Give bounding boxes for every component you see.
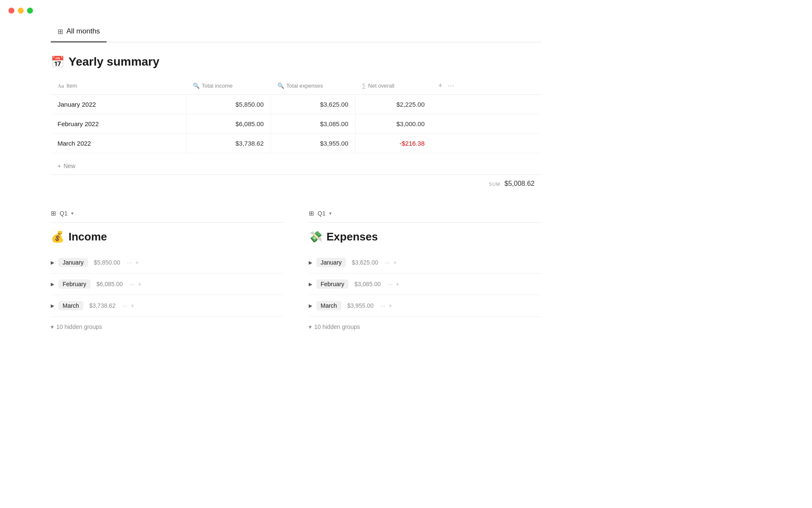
- more-icon[interactable]: ···: [127, 259, 132, 266]
- sum-value: $5,008.62: [505, 180, 535, 187]
- expand-arrow-exp[interactable]: ▶: [309, 260, 312, 265]
- income-group-row: ▶ February $6,085.00 ··· +: [51, 273, 283, 295]
- expenses-group-row: ▶ March $3,955.00 ··· +: [309, 295, 541, 317]
- col-header-total-expenses: 🔍 Total expenses: [271, 77, 355, 95]
- chevron-down-icon: ▾: [51, 323, 54, 330]
- more-options-icon[interactable]: ···: [448, 81, 454, 90]
- expenses-title: Expenses: [326, 230, 378, 243]
- yearly-summary-table: 𝐀𝐚 Item 🔍 Total income 🔍 Total expenses: [51, 77, 541, 153]
- traffic-lights: [0, 0, 812, 21]
- income-title-row: 💰 Income: [51, 230, 283, 243]
- more-icon-exp[interactable]: ···: [387, 281, 392, 287]
- more-icon-exp[interactable]: ···: [385, 259, 390, 266]
- group-actions-exp: ··· +: [385, 259, 397, 266]
- maximize-button[interactable]: [27, 8, 33, 14]
- income-q1-header[interactable]: ⊞ Q1 ▾: [51, 210, 283, 223]
- two-column-layout: ⊞ Q1 ▾ 💰 Income ▶ January $5,850.00 ··· …: [51, 210, 541, 337]
- search-icon-income: 🔍: [193, 83, 200, 89]
- income-q-label: Q1: [60, 210, 68, 217]
- row-item: February 2022: [51, 114, 186, 134]
- row-total-expenses: $3,955.00: [271, 134, 355, 153]
- yearly-summary-header: 📅 Yearly summary: [51, 55, 541, 69]
- table-icon-expenses: ⊞: [309, 210, 314, 217]
- add-column-icon[interactable]: +: [438, 81, 443, 90]
- add-icon-exp[interactable]: +: [393, 259, 397, 266]
- group-actions: ··· +: [127, 259, 139, 266]
- group-actions: ··· +: [122, 302, 134, 309]
- row-total-income: $6,085.00: [186, 114, 271, 134]
- add-icon-exp[interactable]: +: [396, 281, 399, 287]
- group-month-tag-exp[interactable]: March: [316, 301, 341, 310]
- sum-row: SUM $5,008.62: [51, 174, 541, 193]
- add-icon[interactable]: +: [131, 302, 134, 309]
- income-chevron-icon: ▾: [71, 210, 74, 216]
- expand-arrow[interactable]: ▶: [51, 303, 54, 309]
- sum-label: SUM: [489, 182, 500, 187]
- col-header-item: 𝐀𝐚 Item: [51, 77, 186, 95]
- close-button[interactable]: [8, 8, 14, 14]
- expenses-title-row: 💸 Expenses: [309, 230, 541, 243]
- row-net-overall: $3,000.00: [355, 114, 431, 134]
- more-icon[interactable]: ···: [129, 281, 134, 287]
- row-net-overall: $2,225.00: [355, 95, 431, 114]
- new-row-button[interactable]: + New: [51, 157, 541, 174]
- group-value-exp: $3,625.00: [352, 259, 378, 266]
- tab-label: All months: [66, 27, 100, 36]
- expand-arrow-exp[interactable]: ▶: [309, 303, 312, 309]
- group-value: $6,085.00: [96, 281, 123, 287]
- col-header-net-overall: ∑ Net overall: [355, 77, 431, 95]
- add-icon-exp[interactable]: +: [389, 302, 392, 309]
- chevron-down-icon-exp: ▾: [309, 323, 312, 330]
- expenses-hidden-groups-label: 10 hidden groups: [314, 323, 360, 330]
- table-icon-income: ⊞: [51, 210, 56, 217]
- group-month-tag[interactable]: March: [58, 301, 83, 310]
- expenses-section: ⊞ Q1 ▾ 💸 Expenses ▶ January $3,625.00 ··…: [309, 210, 541, 337]
- expenses-q-label: Q1: [318, 210, 326, 217]
- expenses-group-row: ▶ January $3,625.00 ··· +: [309, 252, 541, 273]
- group-value-exp: $3,085.00: [354, 281, 381, 287]
- row-total-expenses: $3,625.00: [271, 95, 355, 114]
- calendar-icon: 📅: [51, 55, 64, 69]
- income-group-row: ▶ March $3,738.62 ··· +: [51, 295, 283, 317]
- group-value-exp: $3,955.00: [347, 302, 373, 309]
- table-row[interactable]: January 2022 $5,850.00 $3,625.00 $2,225.…: [51, 95, 541, 114]
- group-actions-exp: ··· +: [380, 302, 392, 309]
- expenses-q1-header[interactable]: ⊞ Q1 ▾: [309, 210, 541, 223]
- col-header-total-income: 🔍 Total income: [186, 77, 271, 95]
- more-icon[interactable]: ···: [122, 302, 127, 309]
- expenses-hidden-groups[interactable]: ▾ 10 hidden groups: [309, 317, 541, 337]
- row-empty: [431, 134, 541, 153]
- group-month-tag-exp[interactable]: January: [316, 258, 346, 267]
- table-row[interactable]: February 2022 $6,085.00 $3,085.00 $3,000…: [51, 114, 541, 134]
- main-content: ⊞ All months 📅 Yearly summary 𝐀𝐚 Item 🔍: [0, 21, 592, 337]
- income-section: ⊞ Q1 ▾ 💰 Income ▶ January $5,850.00 ··· …: [51, 210, 283, 337]
- row-total-expenses: $3,085.00: [271, 114, 355, 134]
- expand-arrow[interactable]: ▶: [51, 282, 54, 287]
- expenses-groups: ▶ January $3,625.00 ··· + ▶ February $3,…: [309, 252, 541, 317]
- money-bag-icon: 💰: [51, 230, 64, 243]
- row-empty: [431, 95, 541, 114]
- income-hidden-groups[interactable]: ▾ 10 hidden groups: [51, 317, 283, 337]
- new-label: New: [63, 163, 75, 169]
- expenses-group-row: ▶ February $3,085.00 ··· +: [309, 273, 541, 295]
- income-groups: ▶ January $5,850.00 ··· + ▶ February $6,…: [51, 252, 283, 317]
- tab-all-months[interactable]: ⊞ All months: [51, 21, 107, 42]
- group-month-tag[interactable]: February: [58, 279, 91, 289]
- group-month-tag-exp[interactable]: February: [316, 279, 348, 289]
- add-icon[interactable]: +: [138, 281, 141, 287]
- row-net-overall: -$216.38: [355, 134, 431, 153]
- group-month-tag[interactable]: January: [58, 258, 88, 267]
- col-header-actions: + ···: [431, 77, 541, 95]
- expand-arrow[interactable]: ▶: [51, 260, 54, 265]
- table-row[interactable]: March 2022 $3,738.62 $3,955.00 -$216.38: [51, 134, 541, 153]
- table-icon: ⊞: [58, 28, 63, 36]
- row-item: March 2022: [51, 134, 186, 153]
- add-icon[interactable]: +: [135, 259, 139, 266]
- income-group-row: ▶ January $5,850.00 ··· +: [51, 252, 283, 273]
- more-icon-exp[interactable]: ···: [380, 302, 385, 309]
- sigma-icon: ∑: [362, 83, 366, 89]
- expand-arrow-exp[interactable]: ▶: [309, 282, 312, 287]
- text-icon: 𝐀𝐚: [58, 83, 64, 89]
- yearly-summary-title: Yearly summary: [69, 55, 159, 69]
- minimize-button[interactable]: [18, 8, 24, 14]
